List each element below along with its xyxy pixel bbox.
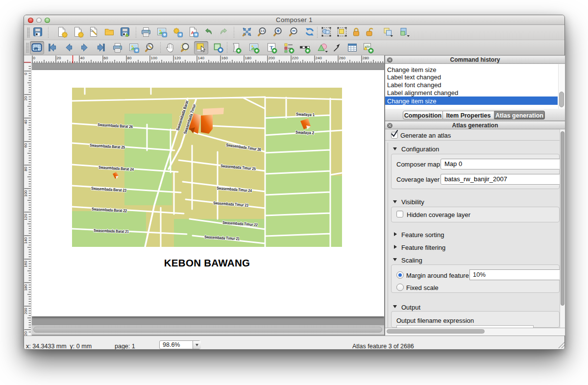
svg-text:20: 20: [24, 96, 28, 100]
svg-text:40: 40: [24, 120, 28, 124]
svg-text:0: 0: [33, 56, 36, 60]
svg-text:120: 120: [24, 214, 28, 220]
svg-text:80: 80: [24, 167, 28, 171]
svg-text:40: 40: [80, 56, 85, 60]
svg-text:120: 120: [174, 56, 181, 60]
svg-text:100: 100: [24, 190, 28, 197]
svg-text:200: 200: [24, 308, 28, 314]
svg-text:160: 160: [221, 56, 228, 60]
svg-text:20: 20: [57, 56, 61, 60]
svg-text:240: 240: [316, 56, 322, 60]
svg-text:60: 60: [24, 143, 28, 147]
svg-text:220: 220: [24, 331, 28, 336]
svg-text:Swadaya 2: Swadaya 2: [295, 130, 315, 135]
svg-text:80: 80: [127, 56, 132, 60]
svg-text:1:1: 1:1: [260, 29, 265, 32]
svg-text:140: 140: [24, 237, 28, 244]
svg-text:60: 60: [104, 56, 108, 60]
svg-text:180: 180: [245, 56, 252, 60]
svg-text:280: 280: [363, 56, 369, 60]
svg-text:0: 0: [24, 72, 28, 75]
svg-text:140: 140: [198, 56, 205, 60]
svg-text:180: 180: [24, 284, 28, 291]
svg-text:100: 100: [151, 56, 158, 60]
svg-text:160: 160: [24, 261, 28, 267]
svg-text:Swadaya 1: Swadaya 1: [296, 112, 315, 117]
svg-text:260: 260: [339, 56, 346, 60]
svg-text:220: 220: [292, 56, 299, 60]
svg-text:200: 200: [269, 56, 275, 60]
